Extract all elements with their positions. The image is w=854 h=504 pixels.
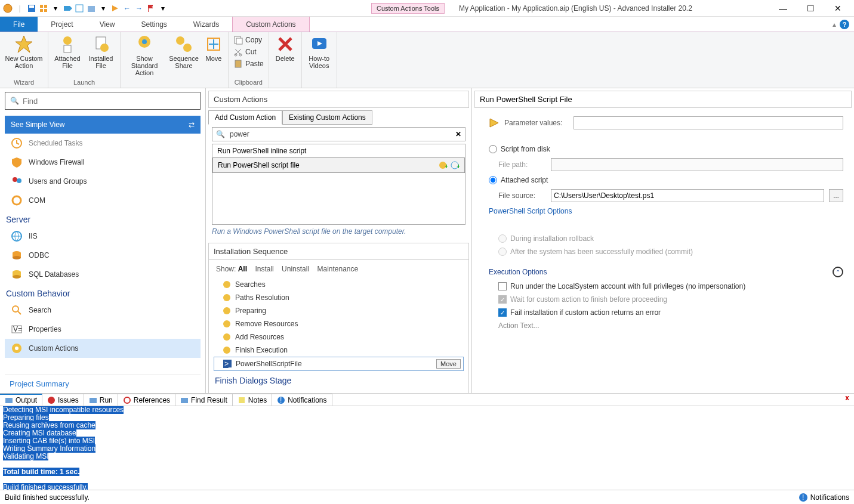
action-search-input[interactable] [229, 129, 452, 140]
result-powershell-file[interactable]: Run PowerShell script file + + [212, 157, 465, 173]
output-panel: Detecting MSI incompatible resourcesPrep… [0, 406, 854, 490]
flag-icon[interactable]: 3 [146, 3, 156, 14]
tab-custom-actions[interactable]: Custom Actions [232, 17, 309, 32]
maximize-button[interactable]: ☐ [797, 0, 824, 17]
show-install[interactable]: Install [255, 265, 273, 273]
svg-point-21 [142, 39, 147, 44]
attached-file-button[interactable]: Attached File [51, 33, 84, 70]
sidebar-item-custom-actions[interactable]: Custom Actions [5, 339, 201, 358]
seq-searches[interactable]: Searches [214, 278, 464, 291]
clear-icon[interactable]: ✕ [455, 130, 461, 138]
show-uninstall[interactable]: Uninstall [282, 265, 309, 273]
qat-more-icon[interactable]: ▾ [158, 3, 168, 14]
btab-find-result[interactable]: Find Result [175, 394, 233, 406]
seq-remove[interactable]: Remove Resources [214, 317, 464, 330]
action-text-link[interactable]: Action Text... [498, 321, 843, 330]
btab-issues[interactable]: Issues [42, 394, 84, 406]
find-input[interactable] [23, 97, 195, 106]
tab-file[interactable]: File [0, 17, 38, 32]
btab-references[interactable]: References [118, 394, 175, 406]
collapse-icon[interactable]: ⌃ [833, 267, 843, 277]
btab-run[interactable]: Run [84, 394, 118, 406]
tab-existing-custom-actions[interactable]: Existing Custom Actions [282, 110, 372, 125]
tab-add-custom-action[interactable]: Add Custom Action [208, 110, 282, 125]
sidebar-item-com[interactable]: COM [5, 191, 201, 210]
seq-finish[interactable]: Finish Execution [214, 344, 464, 357]
show-all[interactable]: All [238, 265, 247, 273]
show-maintenance[interactable]: Maintenance [317, 265, 358, 273]
center-subtabs: Add Custom Action Existing Custom Action… [208, 110, 469, 125]
browse-button[interactable]: … [829, 189, 843, 202]
save-icon[interactable] [26, 3, 37, 14]
back-icon[interactable]: ← [122, 3, 132, 14]
tab-settings[interactable]: Settings [128, 17, 180, 32]
installed-file-button[interactable]: Installed File [84, 33, 118, 70]
copy-button[interactable]: Copy [231, 35, 266, 45]
find-box[interactable]: 🔍 [5, 92, 201, 110]
see-simple-view-button[interactable]: See Simple View ⇄ [5, 116, 201, 134]
svg-rect-5 [40, 9, 43, 12]
search-icon: 🔍 [216, 130, 225, 138]
chk-fail[interactable]: ✓Fail installation if custom action retu… [498, 308, 843, 317]
btab-output[interactable]: Output [0, 394, 42, 406]
tab-project[interactable]: Project [38, 17, 86, 32]
sidebar-item-sql[interactable]: SQL Databases [5, 265, 201, 284]
project-summary-link[interactable]: Project Summary [5, 374, 201, 393]
svg-point-34 [17, 178, 21, 183]
sidebar-item-odbc[interactable]: ODBC [5, 246, 201, 265]
options-icon[interactable] [74, 3, 85, 14]
add-sequence-icon[interactable]: + [438, 160, 448, 170]
forward-icon[interactable]: → [134, 3, 144, 14]
run-icon[interactable] [62, 3, 73, 14]
notifications-button[interactable]: ! Notifications [798, 493, 849, 502]
svg-point-43 [13, 306, 19, 312]
move-button[interactable]: Move [202, 33, 226, 63]
tab-wizards[interactable]: Wizards [180, 17, 232, 32]
parameter-values-input[interactable] [574, 116, 843, 129]
sidebar-item-scheduled-tasks[interactable]: Scheduled Tasks [5, 134, 201, 153]
action-results: Run PowerShell inline script Run PowerSh… [212, 144, 465, 225]
action-hint: Run a Windows PowerShell script file on … [212, 227, 465, 236]
btab-notes[interactable]: Notes [233, 394, 272, 406]
build-icon[interactable] [38, 3, 49, 14]
sidebar-item-properties[interactable]: V=Properties [5, 320, 201, 339]
radio-script-from-disk[interactable]: Script from disk [489, 145, 843, 153]
sidebar-item-search[interactable]: Search [5, 301, 201, 320]
powershell-options-link[interactable]: PowerShell Script Options [489, 207, 843, 215]
tab-view[interactable]: View [87, 17, 128, 32]
ribbon: New Custom Action Wizard Attached File I… [0, 32, 854, 88]
seq-move-button[interactable]: Move [436, 359, 461, 369]
howto-videos-button[interactable]: How-to Videos [304, 33, 334, 70]
sidebar-item-iis[interactable]: IIS [5, 227, 201, 246]
btab-notifications[interactable]: !Notifications [272, 394, 332, 406]
add-no-sequence-icon[interactable]: + [450, 160, 460, 170]
action-search-box[interactable]: 🔍 ✕ [212, 127, 465, 141]
new-custom-action-button[interactable]: New Custom Action [2, 33, 45, 70]
seq-add[interactable]: Add Resources [214, 330, 464, 344]
sidebar-item-windows-firewall[interactable]: Windows Firewall [5, 153, 201, 172]
package-icon[interactable] [86, 3, 97, 14]
bottom-close-icon[interactable]: x [840, 394, 854, 406]
help-icon[interactable]: ? [840, 20, 849, 29]
sidebar-item-users-groups[interactable]: Users and Groups [5, 172, 201, 191]
minimize-button[interactable]: — [769, 0, 797, 17]
paste-button[interactable]: Paste [231, 58, 266, 69]
show-standard-action-button[interactable]: Show Standard Action [123, 33, 166, 78]
play-icon[interactable] [110, 3, 121, 14]
file-source-input[interactable] [551, 189, 824, 202]
seq-powershell-file[interactable]: >_ PowerShellScriptFile Move [214, 357, 464, 371]
svg-rect-6 [44, 9, 47, 12]
radio-attached-script[interactable]: Attached script [489, 176, 843, 184]
seq-paths[interactable]: Paths Resolution [214, 291, 464, 304]
qat-dropdown-icon[interactable]: ▾ [50, 3, 61, 14]
ribbon-collapse-icon[interactable]: ▴ [833, 20, 836, 29]
result-powershell-inline[interactable]: Run PowerShell inline script [212, 144, 465, 157]
cut-button[interactable]: Cut [231, 47, 266, 57]
qat-dropdown2-icon[interactable]: ▾ [98, 3, 109, 14]
close-button[interactable]: ✕ [824, 0, 852, 17]
svg-rect-3 [40, 5, 43, 8]
delete-button[interactable]: Delete [272, 33, 299, 63]
chk-run-system[interactable]: Run under the LocalSystem account with f… [498, 282, 843, 290]
seq-preparing[interactable]: Preparing [214, 304, 464, 317]
sequence-share-button[interactable]: Sequence Share [166, 33, 202, 70]
